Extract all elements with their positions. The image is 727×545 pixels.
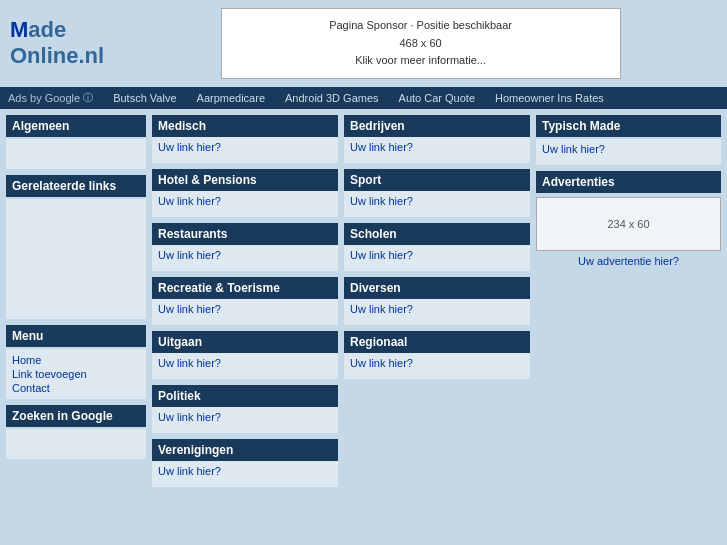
navbar: Ads by Google ⓘ Butsch Valve Aarpmedicar…	[0, 87, 727, 109]
advertenties-header: Advertenties	[536, 171, 721, 193]
cat-row-5: Politiek Uw link hier?	[152, 385, 530, 433]
cat-restaurants-header: Restaurants	[152, 223, 338, 245]
cat-diversen-link[interactable]: Uw link hier?	[350, 303, 413, 315]
cat-regionaal-body: Uw link hier?	[344, 353, 530, 379]
nav-link-4[interactable]: Homeowner Ins Rates	[495, 92, 604, 104]
nav-link-3[interactable]: Auto Car Quote	[399, 92, 475, 104]
gerelateerde-content	[6, 199, 146, 319]
gerelateerde-header: Gerelateerde links	[6, 175, 146, 197]
cat-row-6: Verenigingen Uw link hier?	[152, 439, 530, 487]
cat-row-2: Restaurants Uw link hier? Scholen Uw lin…	[152, 223, 530, 271]
ad-size: 234 x 60	[607, 218, 649, 230]
cat-scholen-body: Uw link hier?	[344, 245, 530, 271]
cat-hotel: Hotel & Pensions Uw link hier?	[152, 169, 338, 217]
logo-ade: ade	[28, 17, 66, 42]
cat-diversen-header: Diversen	[344, 277, 530, 299]
cat-hotel-link[interactable]: Uw link hier?	[158, 195, 221, 207]
cat-regionaal: Regionaal Uw link hier?	[344, 331, 530, 379]
cat-recreatie-body: Uw link hier?	[152, 299, 338, 325]
algemeen-header: Algemeen	[6, 115, 146, 137]
cat-medisch: Medisch Uw link hier?	[152, 115, 338, 163]
cat-hotel-header: Hotel & Pensions	[152, 169, 338, 191]
ads-by-google: Ads by Google ⓘ	[8, 91, 93, 105]
cat-scholen: Scholen Uw link hier?	[344, 223, 530, 271]
zoeken-content	[6, 429, 146, 459]
main: Algemeen Gerelateerde links Menu Home Li…	[0, 109, 727, 499]
typisch-made-link[interactable]: Uw link hier?	[542, 143, 605, 155]
cat-restaurants: Restaurants Uw link hier?	[152, 223, 338, 271]
ad-link[interactable]: Uw advertentie hier?	[536, 255, 721, 267]
cat-bedrijven-header: Bedrijven	[344, 115, 530, 137]
cat-hotel-body: Uw link hier?	[152, 191, 338, 217]
cat-scholen-link[interactable]: Uw link hier?	[350, 249, 413, 261]
zoeken-header: Zoeken in Google	[6, 405, 146, 427]
cat-row-0: Medisch Uw link hier? Bedrijven Uw link …	[152, 115, 530, 163]
cat-sport-link[interactable]: Uw link hier?	[350, 195, 413, 207]
cat-uitgaan: Uitgaan Uw link hier?	[152, 331, 338, 379]
cat-recreatie-header: Recreatie & Toerisme	[152, 277, 338, 299]
cat-medisch-link[interactable]: Uw link hier?	[158, 141, 221, 153]
cat-diversen-body: Uw link hier?	[344, 299, 530, 325]
nav-link-0[interactable]: Butsch Valve	[113, 92, 176, 104]
center: Medisch Uw link hier? Bedrijven Uw link …	[152, 115, 530, 493]
header: Made Online.nl Pagina Sponsor · Positie …	[0, 0, 727, 87]
logo-m: M	[10, 17, 28, 42]
cat-verenigingen-link[interactable]: Uw link hier?	[158, 465, 221, 477]
cat-sport: Sport Uw link hier?	[344, 169, 530, 217]
cat-medisch-header: Medisch	[152, 115, 338, 137]
cat-medisch-body: Uw link hier?	[152, 137, 338, 163]
menu-home[interactable]: Home	[12, 353, 140, 367]
cat-uitgaan-body: Uw link hier?	[152, 353, 338, 379]
content: Medisch Uw link hier? Bedrijven Uw link …	[152, 115, 721, 493]
cat-politiek-header: Politiek	[152, 385, 338, 407]
cat-diversen: Diversen Uw link hier?	[344, 277, 530, 325]
typisch-made-header: Typisch Made	[536, 115, 721, 137]
cat-bedrijven-link[interactable]: Uw link hier?	[350, 141, 413, 153]
typisch-made-body: Uw link hier?	[536, 139, 721, 165]
nav-link-1[interactable]: Aarpmedicare	[197, 92, 265, 104]
sponsor-line1: Pagina Sponsor · Positie beschikbaar	[242, 17, 600, 35]
cat-row-3: Recreatie & Toerisme Uw link hier? Diver…	[152, 277, 530, 325]
cat-row-1: Hotel & Pensions Uw link hier? Sport Uw …	[152, 169, 530, 217]
logo-online: Online.nl	[10, 43, 104, 68]
ads-icon: ⓘ	[83, 91, 93, 105]
cat-regionaal-link[interactable]: Uw link hier?	[350, 357, 413, 369]
cat-bedrijven-body: Uw link hier?	[344, 137, 530, 163]
cat-restaurants-body: Uw link hier?	[152, 245, 338, 271]
ad-box[interactable]: 234 x 60	[536, 197, 721, 251]
menu-link-toevoegen[interactable]: Link toevoegen	[12, 367, 140, 381]
sidebar: Algemeen Gerelateerde links Menu Home Li…	[6, 115, 146, 493]
menu-contact[interactable]: Contact	[12, 381, 140, 395]
cat-politiek-body: Uw link hier?	[152, 407, 338, 433]
cat-restaurants-link[interactable]: Uw link hier?	[158, 249, 221, 261]
cat-uitgaan-header: Uitgaan	[152, 331, 338, 353]
menu-header: Menu	[6, 325, 146, 347]
right-sidebar: Typisch Made Uw link hier? Advertenties …	[536, 115, 721, 493]
cat-verenigingen-header: Verenigingen	[152, 439, 338, 461]
sponsor-line3: Klik voor meer informatie...	[242, 52, 600, 70]
cat-uitgaan-link[interactable]: Uw link hier?	[158, 357, 221, 369]
cat-regionaal-header: Regionaal	[344, 331, 530, 353]
cat-verenigingen: Verenigingen Uw link hier?	[152, 439, 338, 487]
sponsor-box[interactable]: Pagina Sponsor · Positie beschikbaar 468…	[221, 8, 621, 79]
cat-sport-body: Uw link hier?	[344, 191, 530, 217]
cat-scholen-header: Scholen	[344, 223, 530, 245]
sponsor-line2: 468 x 60	[242, 35, 600, 53]
cat-politiek-link[interactable]: Uw link hier?	[158, 411, 221, 423]
nav-link-2[interactable]: Android 3D Games	[285, 92, 379, 104]
logo: Made Online.nl	[10, 17, 104, 70]
cat-row-4: Uitgaan Uw link hier? Regionaal Uw link …	[152, 331, 530, 379]
cat-sport-header: Sport	[344, 169, 530, 191]
cat-verenigingen-body: Uw link hier?	[152, 461, 338, 487]
algemeen-content	[6, 139, 146, 169]
cat-politiek: Politiek Uw link hier?	[152, 385, 338, 433]
menu-content: Home Link toevoegen Contact	[6, 349, 146, 399]
ads-label: Ads by Google	[8, 92, 80, 104]
cat-recreatie-link[interactable]: Uw link hier?	[158, 303, 221, 315]
cat-bedrijven: Bedrijven Uw link hier?	[344, 115, 530, 163]
cat-recreatie: Recreatie & Toerisme Uw link hier?	[152, 277, 338, 325]
